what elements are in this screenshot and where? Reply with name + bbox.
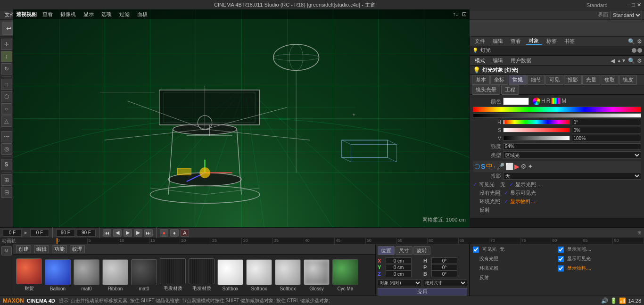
mat-texture-btn[interactable]: 纹理 (70, 245, 85, 253)
mat-item-balloon[interactable]: Balloon (45, 259, 71, 291)
go-end-btn[interactable]: ⏭ (144, 229, 153, 237)
pp-ptab-coords[interactable]: 坐标 (490, 75, 508, 85)
mat-item-softbox3[interactable]: Softbox (275, 259, 301, 291)
next-frame-btn[interactable]: ▶ (134, 229, 142, 237)
show-illum-check[interactable] (558, 247, 564, 253)
vis-light-check[interactable] (473, 247, 479, 253)
tool-cylinder[interactable]: ⬡ (1, 91, 12, 102)
pp-tab-mode[interactable]: 模式 (472, 57, 488, 64)
vp-display-btn[interactable]: 显示 (82, 11, 96, 18)
om-row-gem1[interactable]: 💎 宝石.1 ▲ ▲ (470, 55, 644, 55)
key-btn[interactable]: ♦ (170, 229, 179, 237)
show-vis-check[interactable] (558, 256, 564, 262)
om-tab-file[interactable]: 文件 (472, 38, 488, 45)
timeline-track[interactable]: 动画轨 0 5 10 15 20 25 30 35 40 45 50 55 60… (0, 238, 644, 244)
pp-tab-userdata[interactable]: 用户数据 (508, 57, 534, 64)
prev-frame-btn[interactable]: ◀ (113, 229, 122, 237)
mat-item-glossy[interactable]: Glossy (304, 259, 330, 291)
frame-end-input[interactable] (77, 229, 96, 237)
h-rot-input[interactable] (431, 257, 457, 264)
mat-item-softbox1[interactable]: Softbox (217, 259, 243, 291)
coord-tab-rot[interactable]: 旋转 (413, 246, 430, 255)
om-tab-bookmarks[interactable]: 书签 (561, 38, 578, 45)
frame-current2-input[interactable] (30, 229, 49, 237)
vp-panel-btn[interactable]: 面板 (135, 11, 149, 18)
playhead[interactable] (57, 238, 58, 244)
close-btn[interactable]: ✕ (637, 2, 641, 8)
vp-camera-btn[interactable]: 摄像机 (58, 11, 78, 18)
tool-rotate[interactable]: ↻ (1, 63, 12, 74)
tool-grid2[interactable]: ⊟ (1, 187, 12, 198)
coord-tab-pos[interactable]: 位置 (378, 246, 395, 255)
vis-dot[interactable] (632, 48, 636, 53)
pp-settings-icon[interactable]: ⚙ (637, 58, 642, 64)
pp-tab-edit[interactable]: 编辑 (490, 57, 506, 64)
tool-scale[interactable]: ↕ (1, 51, 12, 62)
play-btn[interactable]: ▶ (124, 229, 132, 237)
om-settings-icon[interactable]: ⚙ (637, 38, 642, 45)
pp-ptab-caustics[interactable]: 焦取 (601, 75, 619, 85)
mat-item-mat0[interactable]: mat0 (74, 259, 99, 291)
color-bar-rainbow[interactable] (473, 107, 641, 112)
mat-item-cycma[interactable]: Cyc Ma (332, 259, 358, 291)
pp-ptab-noise[interactable]: 镜皮 (619, 75, 637, 85)
mat-new-btn[interactable]: M (1, 246, 12, 256)
mat-function-btn[interactable]: 功能 (52, 245, 67, 253)
pp-ptab-project[interactable]: 工程 (501, 85, 519, 95)
rec-btn[interactable]: ● (160, 229, 168, 237)
pp-ptab-visible[interactable]: 可见 (545, 75, 563, 85)
light-type-select[interactable]: 区域光 点光 平行光 (503, 151, 641, 159)
val-bar[interactable] (503, 136, 570, 140)
vp-maximize-icon[interactable]: ⊡ (462, 11, 467, 17)
mat-item-caihuo[interactable]: 财货 (16, 258, 42, 292)
pp-ptab-lensflare[interactable]: 镜头光晕 (472, 85, 500, 95)
tool-move[interactable]: ✛ (1, 39, 12, 50)
om-tab-view[interactable]: 查看 (508, 38, 524, 45)
sat-input[interactable] (572, 127, 642, 133)
vp-view-btn[interactable]: 查看 (41, 11, 55, 18)
go-start-btn[interactable]: ⏮ (103, 229, 111, 237)
mat-item-mat0b[interactable]: mat0 (131, 259, 157, 291)
render-dot[interactable] (637, 48, 642, 53)
tool-cone[interactable]: △ (1, 115, 12, 127)
tool-sphere[interactable]: ○ (1, 103, 12, 115)
pp-ptab-general[interactable]: 常规 (509, 75, 527, 85)
coord-mode-select[interactable]: 对象 (相对) (378, 280, 422, 286)
tool-s[interactable]: S (1, 159, 12, 170)
mat-edit-btn[interactable]: 编辑 (34, 245, 49, 253)
pp-ptab-shadow[interactable]: 投影 (564, 75, 582, 85)
vp-options-btn[interactable]: 选项 (99, 11, 114, 18)
sat-bar[interactable] (503, 128, 570, 132)
pp-ptab-basic[interactable]: 基本 (472, 75, 490, 85)
maximize-btn[interactable]: □ (632, 2, 635, 8)
mat-create-btn[interactable]: 创建 (16, 245, 31, 253)
minimize-btn[interactable]: ─ (627, 2, 630, 8)
coord-size-select[interactable]: 绝对尺寸 (423, 280, 467, 286)
mat-item-hair2[interactable]: 毛发材质 (189, 258, 215, 292)
coord-tab-size[interactable]: 尺寸 (396, 246, 413, 255)
color-mix-icon[interactable]: M (561, 98, 566, 105)
val-input[interactable] (572, 135, 642, 141)
y-pos-input[interactable] (386, 264, 412, 271)
layout-select[interactable]: Standard (611, 11, 642, 19)
color-wheel-icon[interactable] (533, 98, 540, 105)
om-tab-edit[interactable]: 编辑 (490, 38, 506, 45)
frame-max-input[interactable] (56, 229, 75, 237)
intensity-input[interactable] (503, 143, 641, 150)
shadow-select[interactable]: 无 (503, 172, 641, 180)
tool-box[interactable]: □ (1, 79, 12, 90)
pp-ptab-photon[interactable]: 光量 (582, 75, 600, 85)
mat-item-ribbon[interactable]: Ribbon (102, 259, 128, 291)
color-spectrum-icon[interactable] (551, 98, 561, 104)
auto-key-btn[interactable]: A (181, 229, 189, 237)
color-bar-bw[interactable] (473, 113, 641, 118)
tool-spline[interactable]: 〜 (1, 131, 12, 142)
om-tab-tags[interactable]: 标签 (544, 38, 560, 45)
pp-ptab-detail[interactable]: 细节 (527, 75, 545, 85)
p-rot-input[interactable] (431, 264, 457, 271)
x-pos-input[interactable] (386, 257, 412, 264)
hue-bar[interactable] (503, 120, 570, 124)
b-rot-input[interactable] (431, 271, 457, 277)
color-hsv-icon[interactable]: H (541, 98, 545, 105)
mat-item-softbox2[interactable]: Softbox (246, 259, 272, 291)
